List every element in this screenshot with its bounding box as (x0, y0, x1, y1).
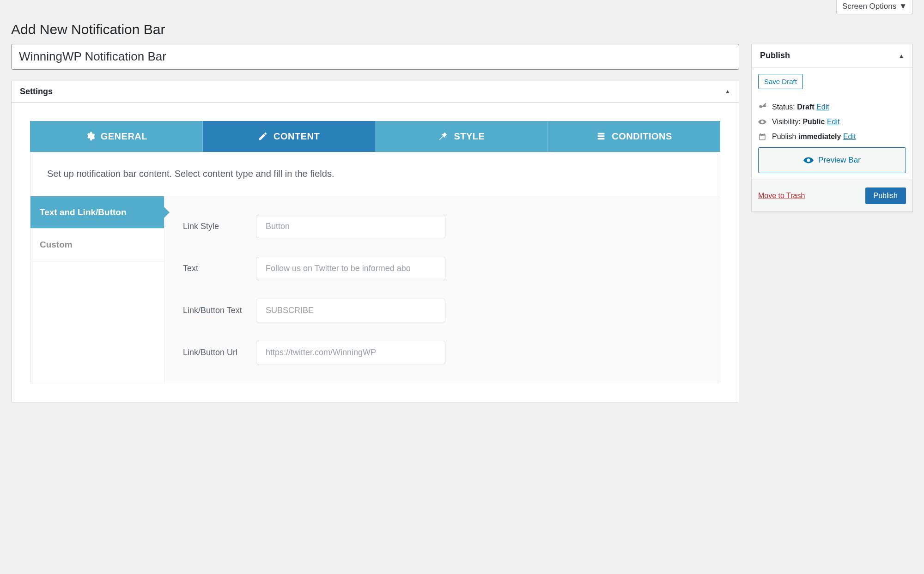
settings-panel-title: Settings (20, 87, 53, 97)
move-to-trash-link[interactable]: Move to Trash (758, 192, 805, 200)
publish-postbox: Publish ▲ Save Draft Status: Draft Edit (751, 44, 913, 212)
chevron-down-icon: ▼ (899, 2, 907, 11)
key-icon (758, 103, 766, 111)
screen-options-label: Screen Options (842, 2, 896, 11)
tab-content[interactable]: CONTENT (203, 121, 376, 152)
content-intro: Set up notification bar content. Select … (30, 152, 720, 196)
preview-bar-label: Preview Bar (818, 156, 861, 165)
screen-options-button[interactable]: Screen Options ▼ (836, 0, 913, 14)
settings-panel: Settings ▲ GENERAL CONTENT STYLE (11, 81, 739, 402)
post-title-input[interactable] (11, 44, 739, 70)
eye-icon (758, 118, 766, 126)
save-draft-button[interactable]: Save Draft (758, 74, 803, 89)
link-button-text-input[interactable] (256, 299, 445, 322)
publish-title: Publish (760, 51, 790, 60)
field-label-link-button-url: Link/Button Url (183, 341, 243, 358)
link-style-input[interactable] (256, 215, 445, 238)
subtab-custom[interactable]: Custom (30, 229, 164, 261)
field-label-text: Text (183, 257, 243, 274)
main-tabs: GENERAL CONTENT STYLE CONDITIONS (30, 121, 720, 152)
link-button-url-input[interactable] (256, 341, 445, 364)
sliders-icon (596, 131, 606, 141)
preview-bar-button[interactable]: Preview Bar (758, 147, 906, 173)
visibility-label: Visibility: (772, 118, 801, 126)
status-value: Draft (797, 103, 814, 111)
tab-content-label: CONTENT (274, 131, 320, 142)
tab-general[interactable]: GENERAL (30, 121, 203, 152)
field-label-link-style: Link Style (183, 215, 243, 232)
gear-icon (85, 131, 95, 141)
status-edit-link[interactable]: Edit (816, 103, 829, 111)
field-label-link-button-text: Link/Button Text (183, 299, 243, 316)
text-input[interactable] (256, 257, 445, 280)
visibility-value: Public (802, 118, 825, 126)
visibility-edit-link[interactable]: Edit (827, 118, 840, 126)
publish-label: Publish (772, 133, 796, 140)
tab-conditions-label: CONDITIONS (612, 131, 672, 142)
calendar-icon (758, 133, 766, 141)
status-label: Status: (772, 103, 795, 111)
publish-edit-link[interactable]: Edit (843, 133, 856, 140)
settings-panel-toggle[interactable]: ▲ (725, 88, 730, 95)
tab-style-label: STYLE (454, 131, 485, 142)
publish-value: immediately (798, 133, 841, 140)
eye-icon (803, 155, 814, 165)
tab-general-label: GENERAL (101, 131, 147, 142)
tab-conditions[interactable]: CONDITIONS (548, 121, 720, 152)
publish-panel-toggle[interactable]: ▲ (899, 53, 904, 59)
content-subtabs: Text and Link/Button Custom (30, 196, 164, 383)
publish-button[interactable]: Publish (865, 187, 906, 204)
pin-icon (438, 131, 448, 141)
tab-style[interactable]: STYLE (376, 121, 548, 152)
page-title: Add New Notification Bar (11, 22, 913, 37)
pencil-icon (258, 131, 268, 141)
subtab-text-link[interactable]: Text and Link/Button (30, 196, 164, 229)
